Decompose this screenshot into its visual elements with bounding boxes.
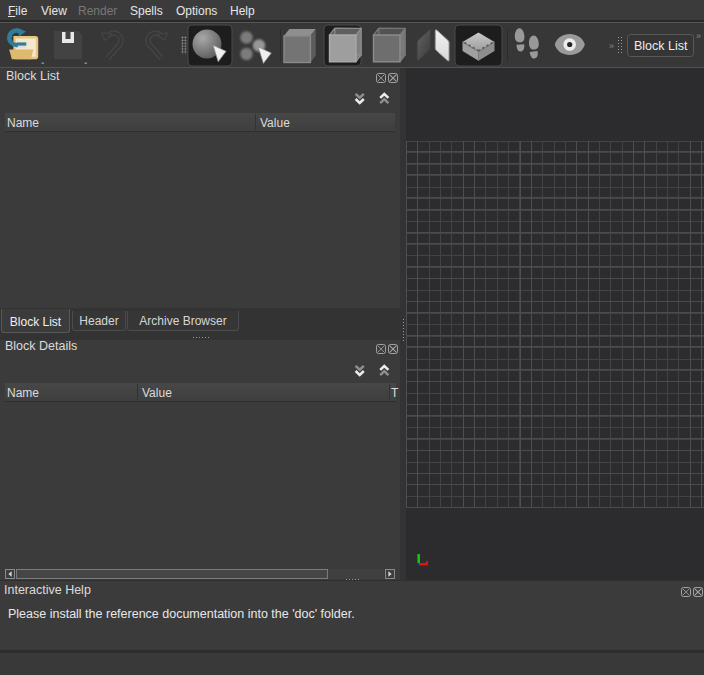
- svg-text:Block List: Block List: [634, 39, 688, 53]
- svg-text:»: »: [609, 41, 614, 51]
- svg-text:»: »: [696, 31, 701, 41]
